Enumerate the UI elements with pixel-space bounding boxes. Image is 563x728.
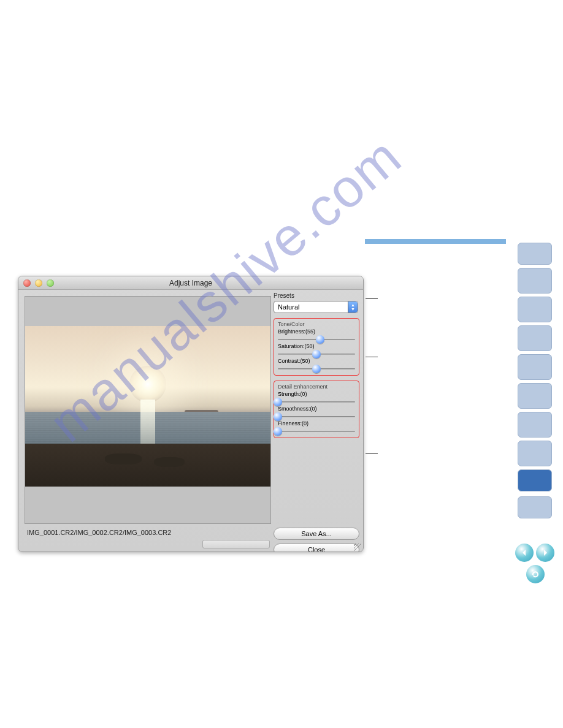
callout-line-presets	[366, 298, 378, 299]
nav-button-active[interactable]	[518, 469, 552, 491]
save-as-button[interactable]: Save As...	[274, 528, 359, 540]
tone-color-title: Tone/Color	[278, 321, 355, 327]
saturation-slider[interactable]	[278, 352, 355, 357]
titlebar[interactable]: Adjust Image	[18, 276, 363, 290]
presets-label: Presets	[274, 292, 358, 299]
close-button[interactable]: Close	[274, 544, 359, 552]
window-title: Adjust Image	[18, 279, 363, 287]
contrast-label: Contrast:(50)	[278, 358, 355, 364]
adjust-image-window: Adjust Image IMG_0001.CR2/IMG_0002.CR2/I…	[18, 276, 364, 552]
strength-label: Strength:(0)	[278, 391, 355, 397]
progress-bar	[202, 540, 270, 548]
next-page-button[interactable]	[536, 544, 554, 562]
controls-panel: Presets Natural ▲▼ Tone/Color Brightness…	[274, 292, 358, 438]
nav-button-3[interactable]	[518, 297, 552, 322]
nav-button-5[interactable]	[518, 354, 552, 380]
callout-line-detail	[366, 453, 378, 454]
nav-button-6[interactable]	[518, 383, 552, 409]
callout-line-tone	[366, 357, 378, 357]
resize-grip-icon[interactable]	[354, 544, 361, 551]
nav-button-10[interactable]	[518, 496, 552, 518]
filename-label: IMG_0001.CR2/IMG_0002.CR2/IMG_0003.CR2	[27, 529, 171, 536]
presets-dropdown[interactable]: Natural ▲▼	[274, 301, 358, 313]
detail-enhancement-group: Detail Enhancement Strength:(0) Smoothne…	[274, 381, 359, 438]
nav-button-8[interactable]	[518, 441, 552, 466]
brightness-label: Brightness:(55)	[278, 328, 355, 335]
detail-title: Detail Enhancement	[278, 384, 355, 390]
brightness-slider[interactable]	[278, 337, 355, 342]
nav-button-1[interactable]	[518, 243, 552, 265]
contrast-slider[interactable]	[278, 366, 355, 371]
fineness-label: Fineness:(0)	[278, 420, 355, 427]
prev-page-button[interactable]	[515, 544, 534, 562]
strength-slider[interactable]	[278, 400, 355, 404]
pager-controls	[515, 544, 554, 562]
smoothness-slider[interactable]	[278, 414, 355, 419]
separator-line	[365, 239, 506, 244]
preview-image	[25, 326, 270, 487]
undo-button[interactable]	[526, 565, 545, 583]
preview-container	[25, 296, 271, 524]
fineness-slider[interactable]	[278, 429, 355, 434]
nav-button-2[interactable]	[518, 268, 552, 294]
presets-value: Natural	[274, 303, 299, 311]
saturation-label: Saturation:(50)	[278, 343, 355, 349]
smoothness-label: Smoothness:(0)	[278, 406, 355, 412]
nav-button-4[interactable]	[518, 325, 552, 351]
dropdown-arrows-icon: ▲▼	[348, 301, 358, 313]
nav-button-7[interactable]	[518, 412, 552, 438]
tone-color-group: Tone/Color Brightness:(55) Saturation:(5…	[274, 318, 359, 376]
nav-column	[518, 243, 552, 518]
button-area: Save As... Close	[274, 523, 359, 552]
